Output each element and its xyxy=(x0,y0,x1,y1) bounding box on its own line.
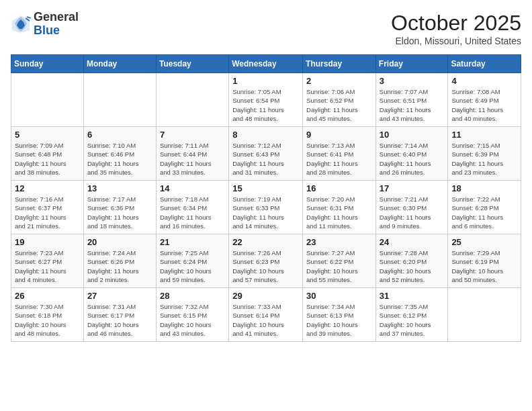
day-info: Sunrise: 7:32 AM Sunset: 6:15 PM Dayligh… xyxy=(160,302,225,338)
day-number: 6 xyxy=(87,130,152,140)
day-number: 10 xyxy=(380,130,445,140)
day-number: 5 xyxy=(15,130,80,140)
calendar-cell: 23Sunrise: 7:27 AM Sunset: 6:22 PM Dayli… xyxy=(303,234,376,288)
logo-text: General Blue xyxy=(34,11,79,38)
day-info: Sunrise: 7:21 AM Sunset: 6:30 PM Dayligh… xyxy=(380,195,445,230)
title-section: October 2025 Eldon, Missouri, United Sta… xyxy=(391,11,521,46)
header-day-friday: Friday xyxy=(375,55,448,73)
day-info: Sunrise: 7:19 AM Sunset: 6:33 PM Dayligh… xyxy=(232,195,299,230)
calendar-cell: 30Sunrise: 7:34 AM Sunset: 6:13 PM Dayli… xyxy=(303,288,376,342)
day-info: Sunrise: 7:28 AM Sunset: 6:20 PM Dayligh… xyxy=(380,248,445,284)
day-info: Sunrise: 7:25 AM Sunset: 6:24 PM Dayligh… xyxy=(160,248,225,284)
day-info: Sunrise: 7:27 AM Sunset: 6:22 PM Dayligh… xyxy=(306,248,372,284)
calendar-cell: 2Sunrise: 7:06 AM Sunset: 6:52 PM Daylig… xyxy=(303,73,376,127)
day-info: Sunrise: 7:22 AM Sunset: 6:28 PM Dayligh… xyxy=(451,195,517,230)
day-info: Sunrise: 7:23 AM Sunset: 6:27 PM Dayligh… xyxy=(15,248,80,284)
day-info: Sunrise: 7:29 AM Sunset: 6:19 PM Dayligh… xyxy=(451,248,517,284)
header-day-wednesday: Wednesday xyxy=(229,55,303,73)
calendar-cell: 27Sunrise: 7:31 AM Sunset: 6:17 PM Dayli… xyxy=(83,288,156,342)
day-info: Sunrise: 7:06 AM Sunset: 6:52 PM Dayligh… xyxy=(306,87,372,123)
calendar-header: SundayMondayTuesdayWednesdayThursdayFrid… xyxy=(11,55,521,73)
day-number: 11 xyxy=(451,130,517,140)
calendar-cell: 1Sunrise: 7:05 AM Sunset: 6:54 PM Daylig… xyxy=(229,73,303,127)
calendar-cell: 31Sunrise: 7:35 AM Sunset: 6:12 PM Dayli… xyxy=(375,288,448,342)
calendar: SundayMondayTuesdayWednesdayThursdayFrid… xyxy=(11,54,521,342)
page-header: General Blue October 2025 Eldon, Missour… xyxy=(11,11,521,46)
day-number: 19 xyxy=(15,237,80,247)
calendar-cell: 17Sunrise: 7:21 AM Sunset: 6:30 PM Dayli… xyxy=(375,181,448,234)
logo: General Blue xyxy=(11,11,79,38)
day-info: Sunrise: 7:31 AM Sunset: 6:17 PM Dayligh… xyxy=(87,302,152,338)
calendar-cell: 22Sunrise: 7:26 AM Sunset: 6:23 PM Dayli… xyxy=(229,234,303,288)
calendar-cell: 9Sunrise: 7:13 AM Sunset: 6:41 PM Daylig… xyxy=(303,127,376,181)
month-title: October 2025 xyxy=(391,11,521,36)
calendar-cell xyxy=(11,73,84,127)
day-info: Sunrise: 7:33 AM Sunset: 6:14 PM Dayligh… xyxy=(232,302,299,338)
day-info: Sunrise: 7:20 AM Sunset: 6:31 PM Dayligh… xyxy=(306,195,372,230)
day-number: 30 xyxy=(306,291,372,301)
calendar-cell: 16Sunrise: 7:20 AM Sunset: 6:31 PM Dayli… xyxy=(303,181,376,234)
day-info: Sunrise: 7:12 AM Sunset: 6:43 PM Dayligh… xyxy=(232,141,299,177)
day-number: 28 xyxy=(160,291,225,301)
logo-blue: Blue xyxy=(34,24,79,38)
day-info: Sunrise: 7:08 AM Sunset: 6:49 PM Dayligh… xyxy=(451,87,517,123)
calendar-cell: 8Sunrise: 7:12 AM Sunset: 6:43 PM Daylig… xyxy=(229,127,303,181)
calendar-cell: 7Sunrise: 7:11 AM Sunset: 6:44 PM Daylig… xyxy=(156,127,228,181)
calendar-cell: 15Sunrise: 7:19 AM Sunset: 6:33 PM Dayli… xyxy=(229,181,303,234)
calendar-cell: 21Sunrise: 7:25 AM Sunset: 6:24 PM Dayli… xyxy=(156,234,228,288)
calendar-cell: 4Sunrise: 7:08 AM Sunset: 6:49 PM Daylig… xyxy=(448,73,521,127)
week-row-1: 1Sunrise: 7:05 AM Sunset: 6:54 PM Daylig… xyxy=(11,73,521,127)
day-number: 24 xyxy=(380,237,445,247)
day-number: 14 xyxy=(160,183,225,193)
day-info: Sunrise: 7:14 AM Sunset: 6:40 PM Dayligh… xyxy=(380,141,445,177)
calendar-cell: 24Sunrise: 7:28 AM Sunset: 6:20 PM Dayli… xyxy=(375,234,448,288)
day-number: 27 xyxy=(87,291,152,301)
calendar-cell: 12Sunrise: 7:16 AM Sunset: 6:37 PM Dayli… xyxy=(11,181,84,234)
week-row-3: 12Sunrise: 7:16 AM Sunset: 6:37 PM Dayli… xyxy=(11,181,521,234)
day-number: 12 xyxy=(15,183,80,193)
day-info: Sunrise: 7:09 AM Sunset: 6:48 PM Dayligh… xyxy=(15,141,80,177)
day-info: Sunrise: 7:11 AM Sunset: 6:44 PM Dayligh… xyxy=(160,141,225,177)
calendar-body: 1Sunrise: 7:05 AM Sunset: 6:54 PM Daylig… xyxy=(11,73,521,342)
day-info: Sunrise: 7:35 AM Sunset: 6:12 PM Dayligh… xyxy=(380,302,445,338)
week-row-4: 19Sunrise: 7:23 AM Sunset: 6:27 PM Dayli… xyxy=(11,234,521,288)
day-number: 18 xyxy=(451,183,517,193)
day-number: 21 xyxy=(160,237,225,247)
calendar-cell: 19Sunrise: 7:23 AM Sunset: 6:27 PM Dayli… xyxy=(11,234,84,288)
calendar-cell xyxy=(448,288,521,342)
day-number: 15 xyxy=(232,183,299,193)
day-info: Sunrise: 7:15 AM Sunset: 6:39 PM Dayligh… xyxy=(451,141,517,177)
header-day-sunday: Sunday xyxy=(11,55,84,73)
day-number: 4 xyxy=(451,76,517,86)
day-info: Sunrise: 7:07 AM Sunset: 6:51 PM Dayligh… xyxy=(380,87,445,123)
day-number: 22 xyxy=(232,237,299,247)
day-number: 7 xyxy=(160,130,225,140)
day-number: 25 xyxy=(451,237,517,247)
header-day-thursday: Thursday xyxy=(303,55,376,73)
header-day-tuesday: Tuesday xyxy=(156,55,228,73)
calendar-cell xyxy=(83,73,156,127)
location: Eldon, Missouri, United States xyxy=(391,36,521,46)
day-number: 26 xyxy=(15,291,80,301)
calendar-cell: 29Sunrise: 7:33 AM Sunset: 6:14 PM Dayli… xyxy=(229,288,303,342)
calendar-cell: 13Sunrise: 7:17 AM Sunset: 6:36 PM Dayli… xyxy=(83,181,156,234)
week-row-2: 5Sunrise: 7:09 AM Sunset: 6:48 PM Daylig… xyxy=(11,127,521,181)
calendar-cell: 28Sunrise: 7:32 AM Sunset: 6:15 PM Dayli… xyxy=(156,288,228,342)
day-number: 20 xyxy=(87,237,152,247)
day-number: 29 xyxy=(232,291,299,301)
calendar-cell: 5Sunrise: 7:09 AM Sunset: 6:48 PM Daylig… xyxy=(11,127,84,181)
day-number: 31 xyxy=(380,291,445,301)
day-number: 23 xyxy=(306,237,372,247)
day-number: 13 xyxy=(87,183,152,193)
calendar-cell: 25Sunrise: 7:29 AM Sunset: 6:19 PM Dayli… xyxy=(448,234,521,288)
day-number: 17 xyxy=(380,183,445,193)
calendar-cell: 26Sunrise: 7:30 AM Sunset: 6:18 PM Dayli… xyxy=(11,288,84,342)
day-info: Sunrise: 7:34 AM Sunset: 6:13 PM Dayligh… xyxy=(306,302,372,338)
day-info: Sunrise: 7:13 AM Sunset: 6:41 PM Dayligh… xyxy=(306,141,372,177)
week-row-5: 26Sunrise: 7:30 AM Sunset: 6:18 PM Dayli… xyxy=(11,288,521,342)
day-info: Sunrise: 7:05 AM Sunset: 6:54 PM Dayligh… xyxy=(232,87,299,123)
day-info: Sunrise: 7:18 AM Sunset: 6:34 PM Dayligh… xyxy=(160,195,225,230)
calendar-cell: 14Sunrise: 7:18 AM Sunset: 6:34 PM Dayli… xyxy=(156,181,228,234)
logo-icon xyxy=(11,14,31,34)
header-day-saturday: Saturday xyxy=(448,55,521,73)
